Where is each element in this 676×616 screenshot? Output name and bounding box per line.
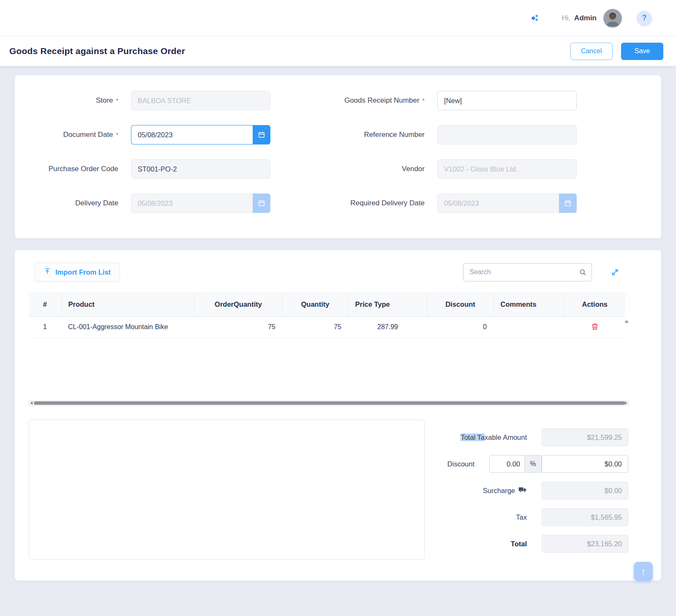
total-value: $23,165.20 bbox=[542, 535, 628, 553]
help-icon[interactable]: ? bbox=[637, 11, 651, 25]
page-header: Goods Receipt against a Purchase Order C… bbox=[0, 36, 676, 66]
greeting-name: Admin bbox=[574, 14, 597, 22]
header-actions: Cancel Save bbox=[570, 43, 663, 60]
cell-actions bbox=[564, 316, 625, 338]
form-card: Store* Goods Receipt Number* Document Da… bbox=[15, 75, 661, 238]
purchase-order-code-label: Purchase Order Code bbox=[15, 165, 118, 173]
cancel-button[interactable]: Cancel bbox=[570, 43, 613, 60]
items-table: # Product OrderQuantity Quantity Price T… bbox=[29, 293, 625, 338]
cell-quantity: 75 bbox=[282, 316, 348, 338]
scroll-right-icon[interactable] bbox=[625, 401, 627, 405]
discount-percent-input[interactable] bbox=[489, 455, 525, 473]
col-orderqty-header: OrderQuantity bbox=[194, 293, 282, 316]
tax-row: Tax $1,565.95 bbox=[436, 508, 628, 526]
search-icon bbox=[579, 268, 587, 278]
goods-receipt-number-label: Goods Receipt Number* bbox=[283, 96, 425, 105]
document-date-input[interactable] bbox=[131, 125, 253, 144]
document-date-label: Document Date* bbox=[15, 131, 118, 139]
scroll-to-top-button[interactable]: ↑ bbox=[634, 562, 653, 581]
page-title: Goods Receipt against a Purchase Order bbox=[9, 46, 570, 56]
tax-value: $1,565.95 bbox=[542, 508, 628, 526]
cell-discount: 0 bbox=[427, 316, 493, 338]
expand-icon[interactable] bbox=[609, 266, 621, 278]
tax-label: Tax bbox=[516, 513, 527, 521]
items-table-viewport: # Product OrderQuantity Quantity Price T… bbox=[29, 292, 629, 406]
user-greeting: Hi, Admin bbox=[562, 14, 597, 22]
scrollbar-thumb[interactable] bbox=[34, 401, 625, 405]
reference-number-input bbox=[437, 125, 577, 144]
apps-icon[interactable] bbox=[531, 14, 540, 23]
totals-panel: Total Taxable Amount $21,599.25 Discount… bbox=[436, 420, 628, 561]
items-table-zone: # Product OrderQuantity Quantity Price T… bbox=[29, 292, 629, 406]
cell-comments bbox=[493, 316, 564, 338]
horizontal-scrollbar[interactable] bbox=[29, 401, 629, 406]
purchase-order-code-input bbox=[131, 159, 270, 179]
table-row: 1 CL-001-Aggressor Mountain Bike 75 75 2… bbox=[29, 316, 625, 338]
vendor-input bbox=[437, 159, 577, 179]
surcharge-value: $0.00 bbox=[542, 482, 628, 499]
total-taxable-amount-value: $21,599.25 bbox=[542, 428, 628, 446]
surcharge-row: Surcharge $0.00 bbox=[436, 482, 628, 499]
scroll-left-icon[interactable] bbox=[30, 401, 33, 405]
delivery-date-label: Delivery Date bbox=[15, 199, 118, 207]
col-comments-header: Comments bbox=[493, 293, 564, 316]
document-date-field bbox=[131, 125, 270, 144]
import-from-list-label: Import From List bbox=[55, 268, 111, 276]
cell-price: 287.99 bbox=[348, 316, 427, 338]
items-card: Import From List bbox=[15, 250, 661, 581]
calendar-icon[interactable] bbox=[253, 125, 270, 144]
col-quantity-header: Quantity bbox=[282, 293, 348, 316]
discount-group: % $0.00 bbox=[489, 455, 628, 473]
col-actions-header: Actions bbox=[564, 293, 625, 316]
total-taxable-amount-label: Total Taxable Amount bbox=[461, 433, 527, 442]
store-label: Store* bbox=[15, 96, 118, 105]
notes-box bbox=[29, 420, 425, 560]
cell-orderqty: 75 bbox=[194, 316, 282, 338]
calendar-icon bbox=[253, 194, 270, 213]
goods-receipt-number-input[interactable] bbox=[437, 91, 577, 110]
greeting-prefix: Hi, bbox=[562, 14, 571, 22]
col-price-header: Price Type bbox=[348, 293, 427, 316]
taxable-row: Total Taxable Amount $21,599.25 bbox=[436, 428, 628, 446]
upload-icon bbox=[44, 267, 51, 277]
discount-label: Discount bbox=[447, 460, 474, 468]
content: Store* Goods Receipt Number* Document Da… bbox=[0, 66, 676, 581]
search-input[interactable] bbox=[463, 263, 592, 281]
delete-row-icon[interactable] bbox=[588, 322, 602, 333]
discount-amount-value[interactable]: $0.00 bbox=[542, 455, 628, 473]
cell-product: CL-001-Aggressor Mountain Bike bbox=[61, 316, 194, 338]
required-delivery-date-label: Required Delivery Date bbox=[283, 199, 425, 207]
percent-symbol: % bbox=[525, 455, 542, 473]
required-delivery-date-field bbox=[437, 194, 577, 213]
required-delivery-date-input bbox=[437, 194, 559, 213]
items-toolbar: Import From List bbox=[15, 263, 661, 281]
calendar-icon bbox=[559, 194, 577, 213]
form-grid: Store* Goods Receipt Number* Document Da… bbox=[15, 91, 661, 213]
delivery-date-input bbox=[131, 194, 253, 213]
vertical-scrollbar[interactable] bbox=[624, 320, 629, 323]
required-marker: * bbox=[422, 97, 425, 104]
discount-row: Discount % $0.00 bbox=[436, 455, 628, 473]
delivery-date-field bbox=[131, 194, 270, 213]
search-field bbox=[463, 263, 592, 281]
toolbar-right bbox=[463, 263, 621, 281]
table-header-row: # Product OrderQuantity Quantity Price T… bbox=[29, 293, 625, 316]
reference-number-label: Reference Number bbox=[283, 131, 425, 139]
avatar[interactable] bbox=[603, 9, 622, 27]
total-label: Total bbox=[511, 540, 527, 548]
import-from-list-button[interactable]: Import From List bbox=[35, 263, 120, 281]
total-row: Total $23,165.20 bbox=[436, 535, 628, 553]
store-input bbox=[131, 91, 270, 110]
page: Hi, Admin ? Goods Receipt against a Purc… bbox=[0, 0, 676, 616]
col-product-header: Product bbox=[61, 293, 194, 316]
selected-text: Total Ta bbox=[461, 433, 485, 441]
surcharge-label: Surcharge bbox=[483, 485, 527, 496]
save-button[interactable]: Save bbox=[621, 43, 663, 60]
required-marker: * bbox=[116, 131, 118, 138]
required-marker: * bbox=[116, 97, 118, 104]
vendor-label: Vendor bbox=[283, 165, 425, 173]
col-index-header: # bbox=[29, 293, 61, 316]
topbar: Hi, Admin ? bbox=[0, 0, 676, 36]
truck-icon bbox=[518, 485, 527, 496]
cell-index: 1 bbox=[29, 316, 61, 338]
